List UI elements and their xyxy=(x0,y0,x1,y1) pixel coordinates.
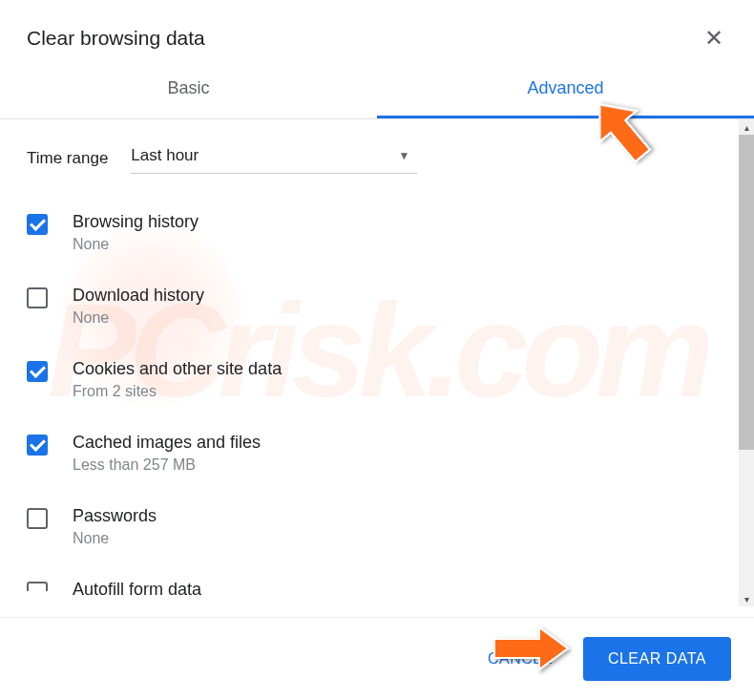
option-cookies: Cookies and other site data From 2 sites xyxy=(27,359,727,400)
option-subtitle: From 2 sites xyxy=(73,383,282,400)
checkbox-download-history[interactable] xyxy=(27,287,48,308)
cancel-button[interactable]: CANCEL xyxy=(469,639,572,679)
checkbox-passwords[interactable] xyxy=(27,508,48,529)
option-title: Passwords xyxy=(73,506,157,526)
scroll-down-button[interactable]: ▾ xyxy=(739,591,754,606)
checkbox-autofill[interactable] xyxy=(27,582,48,591)
tab-basic[interactable]: Basic xyxy=(0,61,377,118)
option-title: Download history xyxy=(73,286,204,306)
chevron-down-icon: ▼ xyxy=(398,149,409,162)
option-title: Cached images and files xyxy=(73,433,261,453)
option-title: Cookies and other site data xyxy=(73,359,282,379)
close-icon: ✕ xyxy=(704,25,723,51)
option-subtitle: None xyxy=(73,309,204,327)
option-browsing-history: Browsing history None xyxy=(27,212,727,253)
time-range-label: Time range xyxy=(27,149,108,168)
scroll-up-button[interactable]: ▴ xyxy=(739,119,754,135)
clear-data-button[interactable]: CLEAR DATA xyxy=(583,637,731,681)
time-range-select[interactable]: Last hour ▼ xyxy=(131,142,417,174)
option-title: Autofill form data xyxy=(73,580,201,600)
options-list: Browsing history None Download history N… xyxy=(27,212,727,600)
option-title: Browsing history xyxy=(73,212,199,232)
scrollbar-thumb[interactable] xyxy=(739,135,754,450)
checkbox-cached-images[interactable] xyxy=(27,435,48,456)
checkbox-browsing-history[interactable] xyxy=(27,214,48,235)
option-autofill: Autofill form data xyxy=(27,580,727,600)
tabs-container: Basic Advanced xyxy=(0,61,754,119)
option-subtitle: Less than 257 MB xyxy=(73,456,261,474)
close-button[interactable]: ✕ xyxy=(701,23,727,53)
checkbox-cookies[interactable] xyxy=(27,361,48,382)
option-subtitle: None xyxy=(73,530,157,547)
option-subtitle: None xyxy=(73,236,199,253)
option-cached-images: Cached images and files Less than 257 MB xyxy=(27,433,727,474)
option-download-history: Download history None xyxy=(27,286,727,327)
dialog-footer: CANCEL CLEAR DATA xyxy=(0,617,754,700)
dialog-title: Clear browsing data xyxy=(27,27,205,50)
tab-advanced[interactable]: Advanced xyxy=(377,61,754,118)
clear-browsing-data-dialog: PCrisk.com Clear browsing data ✕ Basic A… xyxy=(0,0,754,700)
time-range-value: Last hour xyxy=(131,146,199,165)
option-passwords: Passwords None xyxy=(27,506,727,547)
